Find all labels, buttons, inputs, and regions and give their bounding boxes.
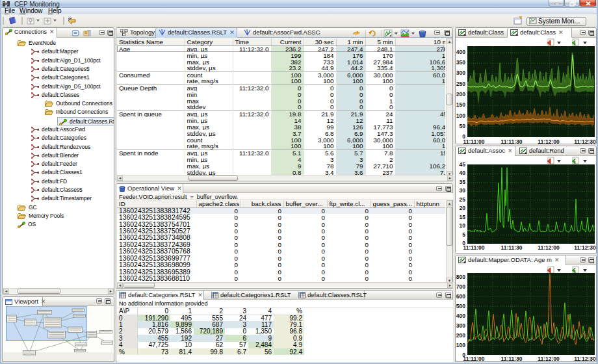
svg-text:10: 10 <box>460 222 466 229</box>
svg-text:11:11:00: 11:11:00 <box>463 138 484 145</box>
svg-text:200: 200 <box>456 91 465 98</box>
svg-text:40: 40 <box>460 170 466 176</box>
svg-text:200: 200 <box>456 332 465 339</box>
svg-text:11:11:00: 11:11:00 <box>463 356 484 362</box>
svg-text:400: 400 <box>456 49 465 55</box>
svg-text:250: 250 <box>456 81 465 87</box>
svg-text:20: 20 <box>460 205 466 211</box>
svg-text:11:12:00: 11:12:00 <box>538 138 560 145</box>
svg-text:11:11:30: 11:11:30 <box>500 356 522 362</box>
svg-text:11:12:30: 11:12:30 <box>574 356 596 362</box>
svg-text:45: 45 <box>460 161 466 168</box>
svg-text:35: 35 <box>460 179 466 185</box>
svg-text:150: 150 <box>456 101 465 108</box>
svg-text:11:11:30: 11:11:30 <box>500 138 522 145</box>
svg-text:800: 800 <box>456 274 465 280</box>
svg-text:400: 400 <box>456 313 465 319</box>
svg-text:15: 15 <box>460 214 466 220</box>
svg-text:11:12:00: 11:12:00 <box>538 356 560 362</box>
svg-text:100: 100 <box>456 112 465 119</box>
svg-text:50: 50 <box>460 123 466 129</box>
svg-text:11:11:00: 11:11:00 <box>463 244 484 251</box>
svg-text:700: 700 <box>456 283 465 290</box>
svg-text:25: 25 <box>460 196 466 203</box>
svg-text:11:12:30: 11:12:30 <box>574 138 596 145</box>
svg-text:100: 100 <box>456 342 465 348</box>
svg-text:300: 300 <box>456 70 465 76</box>
svg-text:5: 5 <box>462 231 465 238</box>
svg-text:30: 30 <box>460 187 466 194</box>
svg-text:600: 600 <box>456 293 465 300</box>
svg-text:11:12:30: 11:12:30 <box>574 244 596 251</box>
svg-text:500: 500 <box>456 303 465 309</box>
svg-text:11:11:30: 11:11:30 <box>500 244 522 251</box>
svg-text:11:12:00: 11:12:00 <box>538 244 560 251</box>
svg-text:300: 300 <box>456 322 465 329</box>
svg-text:350: 350 <box>456 59 465 66</box>
